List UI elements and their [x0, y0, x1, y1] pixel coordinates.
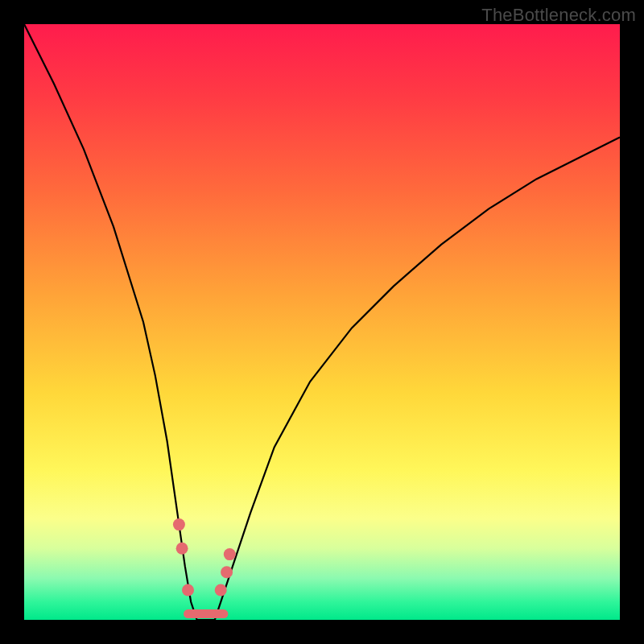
attribution-label: TheBottleneck.com: [481, 5, 636, 26]
marker-dot: [221, 566, 233, 578]
marker-dot: [215, 584, 227, 597]
marker-dot: [224, 548, 236, 560]
chart-svg: [24, 24, 620, 620]
marker-dot: [182, 584, 194, 597]
marker-dot: [176, 543, 188, 555]
bottleneck-curve: [24, 24, 620, 620]
marker-dot: [173, 518, 185, 530]
chart-area: [24, 24, 620, 620]
